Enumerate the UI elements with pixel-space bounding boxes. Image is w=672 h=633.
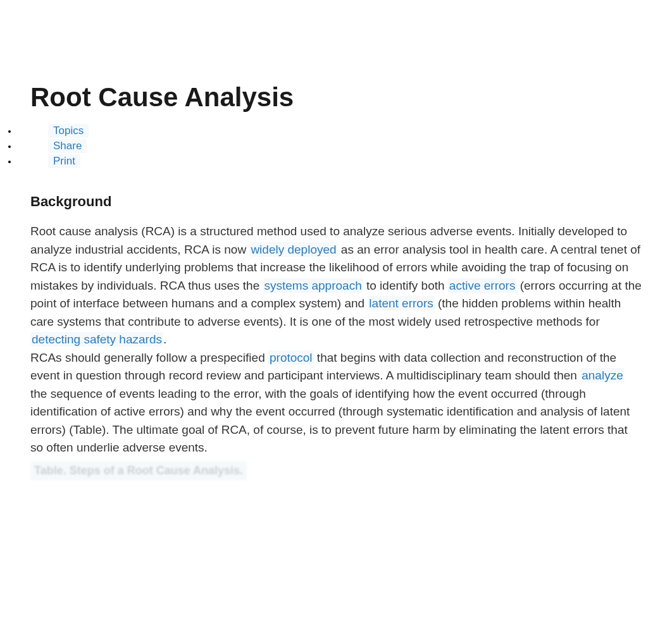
section-heading-background: Background (30, 194, 642, 210)
print-button[interactable]: Print (48, 154, 80, 168)
share-button[interactable]: Share (48, 139, 87, 153)
action-item-share: Share (18, 139, 642, 153)
link-protocol[interactable]: protocol (268, 350, 314, 365)
table-caption: Table. Steps of a Root Cause Analysis. (30, 461, 247, 481)
action-list: Topics Share Print (18, 124, 642, 168)
body-text: Root cause analysis (RCA) is a structure… (30, 223, 642, 481)
text-span: . (163, 333, 166, 346)
link-active-errors[interactable]: active errors (448, 278, 517, 293)
link-detecting-safety-hazards[interactable]: detecting safety hazards (30, 332, 163, 347)
paragraph-1: Root cause analysis (RCA) is a structure… (30, 223, 642, 349)
page-title: Root Cause Analysis (30, 82, 642, 113)
link-latent-errors[interactable]: latent errors (368, 296, 434, 310)
text-span: RCAs should generally follow a prespecif… (30, 351, 268, 364)
topics-button[interactable]: Topics (48, 124, 89, 138)
text-span: to identify both (363, 279, 448, 292)
action-item-print: Print (18, 154, 642, 168)
link-analyze[interactable]: analyze (580, 368, 625, 383)
paragraph-2: RCAs should generally follow a prespecif… (30, 349, 642, 457)
link-widely-deployed[interactable]: widely deployed (249, 242, 337, 257)
link-systems-approach[interactable]: systems approach (263, 278, 363, 293)
action-item-topics: Topics (18, 124, 642, 138)
text-span: the sequence of events leading to the er… (30, 387, 630, 455)
